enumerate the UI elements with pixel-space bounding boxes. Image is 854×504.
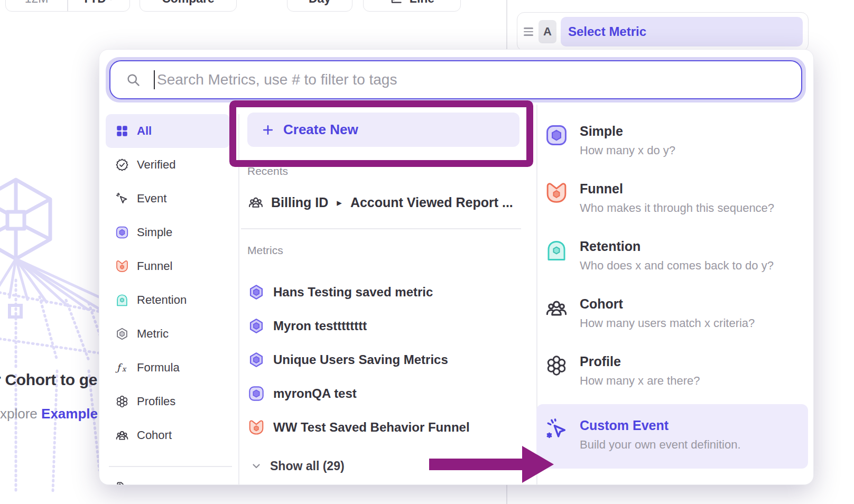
chevron-down-icon xyxy=(250,460,263,472)
saved-metric-icon xyxy=(248,318,265,334)
sidebar-item-cohort[interactable]: Cohort xyxy=(106,418,230,452)
saved-metric-item-ww-test-saved-behavior-funnel[interactable]: WW Test Saved Behavior Funnel xyxy=(248,410,519,444)
granularity-day-button[interactable]: Day xyxy=(287,0,352,12)
cohort-icon xyxy=(248,194,264,210)
empty-state-subtitle: xplore Example R xyxy=(0,406,112,422)
cohort-icon xyxy=(545,296,568,320)
compare-button[interactable]: Compare xyxy=(140,0,237,12)
verified-icon xyxy=(115,158,129,172)
search-icon xyxy=(125,72,141,88)
metric-type-funnel[interactable]: Funnel Who makes it through this sequenc… xyxy=(536,175,808,232)
sidebar-item-funnel[interactable]: Funnel xyxy=(106,249,230,283)
metric-icon xyxy=(115,327,129,341)
simple-icon xyxy=(248,385,265,402)
category-sidebar: All Verified Event Simple Funnel Retenti… xyxy=(106,114,238,452)
custom-event-icon xyxy=(545,418,568,441)
text-cursor xyxy=(154,70,155,89)
recent-item[interactable]: Billing ID ▸ Account Viewed Report ... xyxy=(248,189,519,216)
sidebar-item-formula[interactable]: ƒx Formula xyxy=(106,351,230,385)
metrics-header: Metrics xyxy=(247,244,283,257)
recents-header: Recents xyxy=(247,165,288,178)
line-chart-icon xyxy=(389,0,403,5)
saved-metric-item-hans-testing-saved-metric[interactable]: Hans Testing saved metric xyxy=(248,275,519,309)
simple-icon xyxy=(545,124,568,147)
profiles-icon xyxy=(545,354,568,377)
svg-text:x: x xyxy=(122,365,127,373)
sidebar-item-retention[interactable]: Retention xyxy=(106,283,230,317)
show-all-button[interactable]: Show all (29) xyxy=(250,452,345,480)
metric-type-simple[interactable]: Simple How many x do y? xyxy=(536,117,808,175)
sidebar-item-simple[interactable]: Simple xyxy=(106,216,230,249)
event-icon xyxy=(115,192,129,206)
formula-icon: ƒx xyxy=(115,361,129,375)
metric-type-custom-event[interactable]: Custom Event Build your own event defini… xyxy=(536,404,808,469)
tag-icon xyxy=(115,480,129,486)
sidebar-divider xyxy=(109,466,232,467)
sidebar-item-profiles[interactable]: Profiles xyxy=(106,385,230,418)
saved-metrics-list: Hans Testing saved metric Myron testtttt… xyxy=(248,275,519,444)
metric-type-profile[interactable]: Profile How many x are there? xyxy=(536,348,808,405)
empty-state-title: r Cohort to ge xyxy=(0,371,97,389)
retention-icon xyxy=(115,293,129,307)
retention-icon xyxy=(545,239,568,262)
create-new-button[interactable]: Create New xyxy=(247,113,519,147)
drag-handle-icon[interactable] xyxy=(524,27,533,36)
sidebar-item-verified[interactable]: Verified xyxy=(106,148,230,182)
metric-row-header: A Select Metric xyxy=(517,12,809,51)
grid-icon xyxy=(115,124,129,138)
chevron-down-icon xyxy=(106,0,116,3)
plus-icon xyxy=(261,123,275,137)
funnel-icon xyxy=(248,419,265,436)
chart-type-line-button[interactable]: Line xyxy=(363,0,461,12)
saved-metric-item-myron-testttttttt[interactable]: Myron testttttttt xyxy=(248,309,519,343)
funnel-icon xyxy=(115,259,129,273)
metric-type-cohort[interactable]: Cohort How many users match x criteria? xyxy=(536,290,808,348)
sidebar-item-tags-partial[interactable] xyxy=(106,470,230,486)
search-input[interactable]: Search Metrics, use # to filter to tags xyxy=(109,60,802,99)
sidebar-footer xyxy=(106,466,238,485)
metric-type-list: Simple How many x do y? Funnel Who makes… xyxy=(536,105,808,469)
sidebar-item-metric[interactable]: Metric xyxy=(106,317,230,351)
saved-metric-item-myronqa-test[interactable]: myronQA test xyxy=(248,377,519,410)
range-12m-button[interactable]: 12M xyxy=(6,0,67,11)
saved-metric-icon xyxy=(248,351,265,368)
sidebar-item-event[interactable]: Event xyxy=(106,182,230,216)
series-a-badge: A xyxy=(539,20,556,43)
select-metric-modal: Search Metrics, use # to filter to tags … xyxy=(99,49,814,485)
recents-divider xyxy=(241,228,521,229)
select-metric-button[interactable]: Select Metric xyxy=(561,17,803,46)
metric-type-retention[interactable]: Retention Who does x and comes back to d… xyxy=(536,232,808,290)
date-range-segmented-control[interactable]: 12M YTD xyxy=(5,0,130,12)
sidebar-item-all[interactable]: All xyxy=(106,114,230,148)
saved-metric-item-unique-users-saving-metrics[interactable]: Unique Users Saving Metrics xyxy=(248,343,519,377)
search-placeholder: Search Metrics, use # to filter to tags xyxy=(157,71,397,88)
simple-icon xyxy=(115,226,129,239)
range-ytd-button[interactable]: YTD xyxy=(68,0,129,11)
sidebar-column-divider xyxy=(238,114,239,485)
saved-metric-icon xyxy=(248,284,265,301)
breadcrumb-arrow: ▸ xyxy=(337,197,342,209)
cohort-icon xyxy=(115,428,129,442)
wireframe-illustration xyxy=(0,174,106,502)
funnel-icon xyxy=(545,181,568,204)
profiles-icon xyxy=(115,395,129,408)
